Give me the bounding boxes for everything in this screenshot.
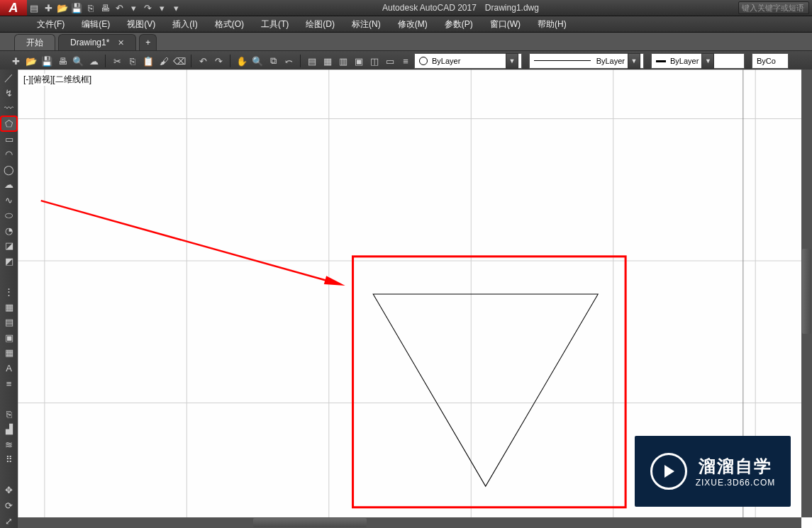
scroll-thumb[interactable]	[253, 518, 367, 527]
menu-help[interactable]: 帮助(H)	[529, 16, 575, 32]
menu-parametric[interactable]: 参数(P)	[436, 16, 482, 32]
svg-line-14	[41, 201, 334, 283]
menu-view[interactable]: 视图(V)	[118, 16, 164, 32]
scale-icon[interactable]: ⤢	[1, 514, 16, 528]
linetype-dropdown[interactable]: ByLayer ▼	[529, 53, 644, 69]
offset-icon[interactable]: ≋	[1, 438, 16, 452]
chevron-down-icon[interactable]: ▼	[628, 53, 640, 69]
menu-file[interactable]: 文件(F)	[28, 16, 73, 32]
zoom-win-icon[interactable]: ⧉	[266, 54, 280, 68]
menu-modify[interactable]: 修改(M)	[389, 16, 436, 32]
spline2-icon[interactable]: ∿	[1, 193, 16, 208]
menu-edit[interactable]: 编辑(E)	[73, 16, 118, 32]
layer-dropdown[interactable]: ByLayer ▼	[414, 53, 522, 69]
undo-icon[interactable]: ↶	[112, 1, 126, 14]
color-dropdown[interactable]: ByCo	[752, 53, 789, 69]
polyline-icon[interactable]: ↯	[1, 86, 16, 101]
new-icon[interactable]: ✚	[41, 1, 55, 14]
tab-drawing1[interactable]: Drawing1* ✕	[58, 34, 136, 50]
pan-icon[interactable]: ✋	[235, 54, 249, 68]
table-icon[interactable]: ▦	[1, 346, 16, 360]
zoom-rt-icon[interactable]: 🔍	[250, 54, 265, 68]
move-icon[interactable]: ✥	[1, 483, 16, 498]
properties-icon[interactable]: ▤	[305, 54, 319, 68]
plot-icon[interactable]: 🖶	[55, 54, 69, 68]
spline-icon[interactable]: 〰	[1, 101, 16, 116]
separator[interactable]	[1, 269, 16, 283]
lineweight-dropdown[interactable]: ByLayer ▼	[651, 53, 745, 69]
undo-drop-icon[interactable]: ▾	[126, 1, 140, 14]
cut-icon[interactable]: ✂	[110, 54, 124, 68]
print-icon[interactable]: 🖶	[98, 1, 112, 14]
save-icon[interactable]: 💾	[69, 1, 84, 14]
polygon-icon[interactable]: ⬠	[1, 117, 16, 131]
copy-icon[interactable]: ⎘	[1, 407, 16, 421]
insert-block-icon[interactable]: ◪	[1, 239, 16, 253]
paste-icon[interactable]: 📋	[141, 54, 155, 68]
rectangle-icon[interactable]: ▭	[1, 132, 16, 146]
redo-icon[interactable]: ↷	[140, 1, 155, 14]
view-label[interactable]: [-][俯视][二维线框]	[23, 74, 91, 86]
saveas-icon[interactable]: ⎘	[84, 1, 98, 14]
menu-icon[interactable]: ▤	[27, 1, 41, 14]
markup-icon[interactable]: ◫	[367, 54, 382, 68]
circle-icon[interactable]: ◯	[1, 162, 16, 176]
zoom-prev-icon[interactable]: ⤺	[282, 54, 296, 68]
line-icon[interactable]: ／	[1, 71, 16, 85]
qat-drop-icon[interactable]: ▾	[169, 1, 183, 14]
chevron-down-icon[interactable]: ▼	[506, 53, 518, 69]
array-icon[interactable]: ⠿	[1, 453, 16, 467]
render-icon[interactable]: ≡	[399, 54, 413, 68]
save2-icon[interactable]: 💾	[40, 54, 54, 68]
new2-icon[interactable]: ✚	[9, 54, 23, 68]
draw-toolbar: ／↯〰⬠▭◠◯☁∿⬭◔◪◩⋮▦▤▣▦A≡⎘▟≋⠿✥⟳⤢	[0, 69, 18, 528]
menu-draw[interactable]: 绘图(D)	[297, 16, 343, 32]
scrollbar-horizontal[interactable]	[18, 517, 801, 528]
menu-dimension[interactable]: 标注(N)	[343, 16, 389, 32]
make-block-icon[interactable]: ◩	[1, 254, 16, 269]
ellipse-icon[interactable]: ⬭	[1, 208, 16, 223]
tool-palettes-icon[interactable]: ▥	[336, 54, 350, 68]
open2-icon[interactable]: 📂	[24, 54, 38, 68]
copy2-icon[interactable]: ⎘	[126, 54, 140, 68]
separator[interactable]	[1, 468, 16, 483]
search-input[interactable]: 键入关键字或短语	[738, 1, 809, 14]
point-icon[interactable]: ⋮	[1, 285, 16, 299]
preview-icon[interactable]: 🔍	[71, 54, 85, 68]
mirror-icon[interactable]: ▟	[1, 422, 16, 437]
linetype-name: ByLayer	[596, 57, 625, 65]
revcloud-icon[interactable]: ☁	[1, 178, 16, 192]
qcalc-icon[interactable]: ▭	[383, 54, 397, 68]
text-icon[interactable]: A	[1, 361, 16, 376]
separator[interactable]	[1, 392, 16, 406]
tab-start[interactable]: 开始	[14, 34, 55, 50]
open-icon[interactable]: 📂	[55, 1, 69, 14]
gradient-icon[interactable]: ▤	[1, 315, 16, 330]
region-icon[interactable]: ▣	[1, 331, 16, 345]
dc-icon[interactable]: ▦	[321, 54, 335, 68]
close-icon[interactable]: ✕	[118, 38, 124, 47]
menu-insert[interactable]: 插入(I)	[164, 16, 206, 32]
rotate-icon[interactable]: ⟳	[1, 499, 16, 513]
ellipse-arc-icon[interactable]: ◔	[1, 224, 16, 238]
publish-icon[interactable]: ☁	[87, 54, 101, 68]
arc-icon[interactable]: ◠	[1, 147, 16, 162]
eraser-icon[interactable]: ⌫	[172, 54, 187, 68]
matchprop-icon[interactable]: 🖌	[157, 54, 171, 68]
scrollbar-vertical[interactable]	[801, 69, 812, 517]
app-logo[interactable]: A	[0, 0, 27, 16]
chevron-down-icon[interactable]: ▼	[701, 53, 714, 69]
hatch-icon[interactable]: ▦	[1, 300, 16, 314]
sheet-set-icon[interactable]: ▣	[352, 54, 366, 68]
linetype-preview	[534, 60, 591, 62]
undo2-icon[interactable]: ↶	[196, 54, 210, 68]
tab-plus[interactable]: +	[139, 34, 157, 50]
menu-tools[interactable]: 工具(T)	[252, 16, 297, 32]
layer-name: ByLayer	[432, 57, 503, 65]
menu-format[interactable]: 格式(O)	[206, 16, 252, 32]
menu-window[interactable]: 窗口(W)	[482, 16, 529, 32]
scroll-thumb[interactable]	[802, 249, 811, 334]
align-icon[interactable]: ≡	[1, 376, 16, 391]
redo2-icon[interactable]: ↷	[211, 54, 226, 68]
redo-drop-icon[interactable]: ▾	[155, 1, 169, 14]
